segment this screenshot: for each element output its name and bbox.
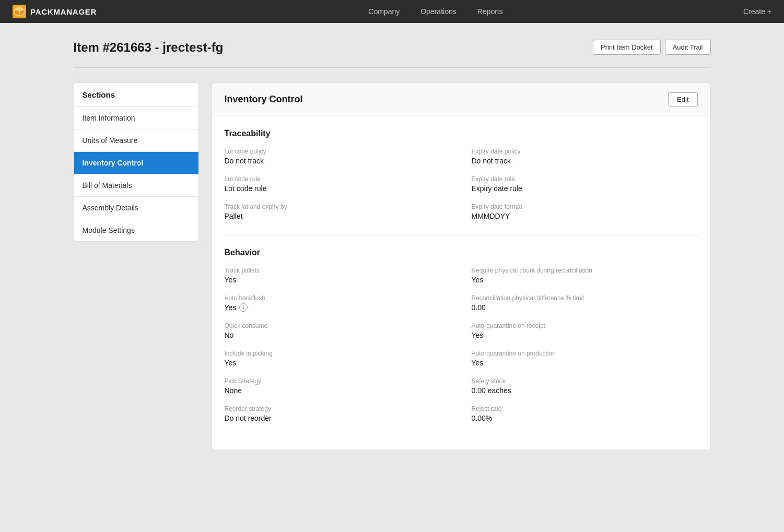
sidebar-item-bill-of-materials[interactable]: Bill of Materials xyxy=(74,174,198,197)
field-lot-code-policy: Lot code policy Do not track xyxy=(225,148,451,165)
field-value-pick-strategy: None xyxy=(225,386,451,395)
field-label-track-pallets: Track pallets xyxy=(225,267,451,274)
field-reorder-strategy: Reorder strategy Do not reorder xyxy=(225,405,451,422)
sidebar-item-assembly-details[interactable]: Assembly Details xyxy=(74,197,198,219)
field-value-track-lot-expiry-by: Pallet xyxy=(225,212,451,220)
field-lot-code-rule: Lot code rule Lot code rule xyxy=(225,175,451,193)
field-value-auto-backflush: Yes i xyxy=(225,303,451,312)
field-value-reorder-strategy: Do not reorder xyxy=(225,414,451,422)
nav-links: Company Operations Reports xyxy=(128,7,743,16)
sidebar: Sections Item Information Units of Measu… xyxy=(74,82,199,242)
field-value-quick-consume: No xyxy=(225,331,451,339)
field-value-include-in-picking: Yes xyxy=(225,359,451,367)
info-icon-auto-backflush[interactable]: i xyxy=(239,303,248,312)
field-label-safety-stock: Safety stock xyxy=(472,377,698,385)
field-label-reorder-strategy: Reorder strategy xyxy=(225,405,451,412)
page-header-actions: Print Item Docket Audit Trail xyxy=(593,40,711,55)
field-value-auto-quarantine-receipt: Yes xyxy=(472,331,698,339)
app-name: PACKMANAGER xyxy=(30,7,97,16)
field-track-lot-expiry-by: Track lot and expiry by Pallet xyxy=(225,203,451,220)
traceability-section: Traceability Lot code policy Do not trac… xyxy=(225,129,698,220)
field-label-lot-code-policy: Lot code policy xyxy=(225,148,451,155)
field-auto-quarantine-receipt: Auto-quarantine on receipt Yes xyxy=(472,322,698,339)
field-label-track-lot-expiry-by: Track lot and expiry by xyxy=(225,203,451,210)
field-label-auto-quarantine-production: Auto-quarantine on production xyxy=(472,350,698,357)
content-layout: Sections Item Information Units of Measu… xyxy=(74,82,711,450)
field-label-include-in-picking: Include in picking xyxy=(225,350,451,357)
main-content-body: Traceability Lot code policy Do not trac… xyxy=(212,116,710,450)
page-header: Item #261663 - jrectest-fg Print Item Do… xyxy=(74,40,711,55)
field-expiry-date-format: Expiry date format MMMDDYY xyxy=(472,203,698,220)
field-value-expiry-date-format: MMMDDYY xyxy=(472,212,698,220)
field-label-expiry-date-policy: Expiry date policy xyxy=(472,148,698,155)
section-divider xyxy=(225,235,698,235)
print-item-docket-button[interactable]: Print Item Docket xyxy=(593,40,661,55)
field-auto-quarantine-production: Auto-quarantine on production Yes xyxy=(472,350,698,367)
field-label-expiry-date-rule: Expiry date rule xyxy=(472,175,698,183)
field-value-auto-quarantine-production: Yes xyxy=(472,359,698,367)
field-require-physical-count: Require physical count during reconcilia… xyxy=(472,267,698,284)
page-container: Item #261663 - jrectest-fg Print Item Do… xyxy=(53,23,732,467)
field-label-quick-consume: Quick consume xyxy=(225,322,451,329)
sidebar-item-inventory-control[interactable]: Inventory Control xyxy=(74,152,198,174)
page-title: Item #261663 - jrectest-fg xyxy=(74,40,224,55)
behavior-title: Behavior xyxy=(225,248,698,257)
nav-create[interactable]: Create + xyxy=(743,7,771,16)
sidebar-header: Sections xyxy=(74,83,198,107)
field-include-in-picking: Include in picking Yes xyxy=(225,350,451,367)
app-logo[interactable]: PACKMANAGER xyxy=(13,5,97,18)
field-track-pallets: Track pallets Yes xyxy=(225,267,451,284)
audit-trail-button[interactable]: Audit Trail xyxy=(665,40,711,55)
field-label-expiry-date-format: Expiry date format xyxy=(472,203,698,210)
traceability-fields: Lot code policy Do not track Expiry date… xyxy=(225,148,698,220)
field-label-auto-backflush: Auto backflush xyxy=(225,294,451,302)
edit-button[interactable]: Edit xyxy=(668,92,697,107)
main-content-header: Inventory Control Edit xyxy=(212,83,710,116)
field-value-expiry-date-rule: Expiry date rule xyxy=(472,184,698,193)
field-auto-backflush: Auto backflush Yes i xyxy=(225,294,451,312)
field-expiry-date-rule: Expiry date rule Expiry date rule xyxy=(472,175,698,193)
field-reconciliation-diff-limit: Reconciliation physical difference % lim… xyxy=(472,294,698,312)
sidebar-item-units-of-measure[interactable]: Units of Measure xyxy=(74,129,198,152)
field-label-reconciliation-diff-limit: Reconciliation physical difference % lim… xyxy=(472,294,698,302)
field-label-lot-code-rule: Lot code rule xyxy=(225,175,451,183)
field-value-require-physical-count: Yes xyxy=(472,276,698,284)
main-content: Inventory Control Edit Traceability Lot … xyxy=(212,82,711,450)
field-value-reconciliation-diff-limit: 0.00 xyxy=(472,303,698,312)
field-safety-stock: Safety stock 0.00 eaches xyxy=(472,377,698,395)
field-reject-rate: Reject rate 0.00% xyxy=(472,405,698,422)
field-quick-consume: Quick consume No xyxy=(225,322,451,339)
field-label-reject-rate: Reject rate xyxy=(472,405,698,412)
field-value-expiry-date-policy: Do not track xyxy=(472,157,698,165)
field-label-require-physical-count: Require physical count during reconcilia… xyxy=(472,267,698,274)
page-divider xyxy=(74,67,711,68)
top-navigation: PACKMANAGER Company Operations Reports C… xyxy=(0,0,784,23)
field-value-lot-code-rule: Lot code rule xyxy=(225,184,451,193)
field-label-auto-quarantine-receipt: Auto-quarantine on receipt xyxy=(472,322,698,329)
nav-operations[interactable]: Operations xyxy=(420,7,456,16)
sidebar-item-module-settings[interactable]: Module Settings xyxy=(74,219,198,241)
nav-reports[interactable]: Reports xyxy=(477,7,503,16)
nav-company[interactable]: Company xyxy=(368,7,400,16)
sidebar-item-item-information[interactable]: Item Information xyxy=(74,107,198,129)
logo-icon xyxy=(13,5,26,18)
field-value-lot-code-policy: Do not track xyxy=(225,157,451,165)
field-label-pick-strategy: Pick Strategy xyxy=(225,377,451,385)
field-value-safety-stock: 0.00 eaches xyxy=(472,386,698,395)
behavior-fields: Track pallets Yes Require physical count… xyxy=(225,267,698,422)
traceability-title: Traceability xyxy=(225,129,698,138)
behavior-section: Behavior Track pallets Yes Require physi… xyxy=(225,248,698,422)
section-title-inventory-control: Inventory Control xyxy=(225,94,303,105)
field-value-reject-rate: 0.00% xyxy=(472,414,698,422)
field-pick-strategy: Pick Strategy None xyxy=(225,377,451,395)
field-value-track-pallets: Yes xyxy=(225,276,451,284)
field-expiry-date-policy: Expiry date policy Do not track xyxy=(472,148,698,165)
